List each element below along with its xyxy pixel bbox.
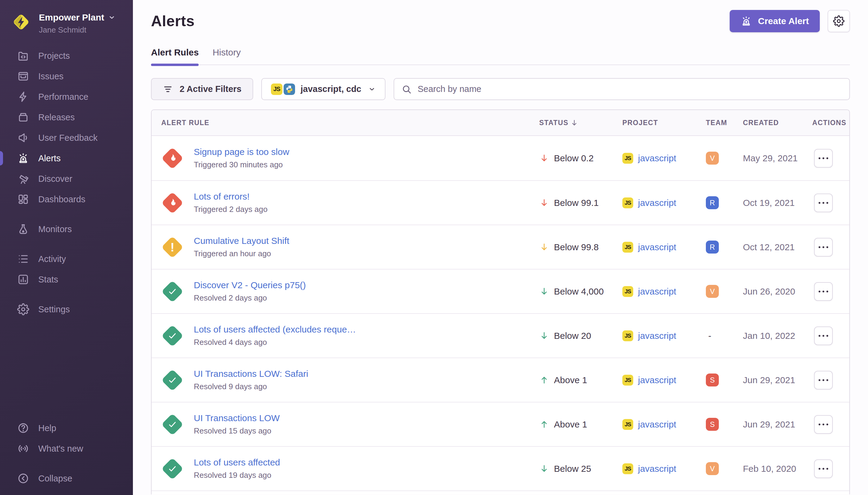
tab-history[interactable]: History — [212, 47, 241, 65]
sidebar-item-settings[interactable]: Settings — [0, 299, 133, 320]
whats-new-icon — [17, 443, 29, 455]
alert-rule-note: Triggered an hour ago — [194, 249, 289, 258]
project-link[interactable]: javascript — [638, 331, 676, 341]
sidebar-item-dashboards[interactable]: Dashboards — [0, 189, 133, 209]
project-cell: JS javascript — [622, 330, 706, 341]
row-actions-button[interactable] — [814, 415, 833, 434]
row-actions-button[interactable] — [814, 459, 833, 478]
team-avatar[interactable]: R — [706, 241, 719, 254]
sidebar-item-issues[interactable]: Issues — [0, 66, 133, 86]
column-header-created[interactable]: Created — [743, 119, 812, 127]
team-avatar[interactable]: V — [706, 285, 719, 298]
org-switcher[interactable]: Empower Plant Jane Schmidt — [0, 0, 133, 35]
project-selector[interactable]: JS javascript, cdc — [261, 78, 385, 100]
project-link[interactable]: javascript — [638, 153, 676, 164]
status-threshold: Below 99.8 — [554, 242, 598, 252]
alert-rule-link[interactable]: Lots of users affected (excludes reque… — [194, 324, 356, 335]
sidebar-item-alerts[interactable]: Alerts — [0, 148, 133, 169]
row-actions-button[interactable] — [814, 326, 833, 345]
team-cell: S — [706, 418, 743, 431]
alert-rule-link[interactable]: UI Transactions LOW — [194, 413, 280, 423]
search-field — [394, 78, 850, 100]
alert-rule-note: Resolved 19 days ago — [194, 471, 280, 480]
team-cell: R — [706, 241, 743, 254]
alert-rule-note: Triggered 2 days ago — [194, 205, 267, 214]
team-avatar[interactable]: R — [706, 196, 719, 209]
team-cell: - — [706, 331, 743, 341]
arrow-down-icon — [539, 153, 549, 163]
row-actions-button[interactable] — [814, 238, 833, 257]
row-actions-button[interactable] — [814, 193, 833, 212]
alert-rule-link[interactable]: UI Transactions LOW: Safari — [194, 369, 308, 379]
alert-rule-link[interactable]: Discover V2 - Queries p75() — [194, 280, 306, 290]
sidebar-item-projects[interactable]: Projects — [0, 46, 133, 66]
sidebar-item-releases[interactable]: Releases — [0, 107, 133, 127]
status-cell: Below 99.8 — [539, 242, 622, 252]
column-header-actions[interactable]: Actions — [812, 119, 846, 127]
active-filters-button[interactable]: 2 Active Filters — [151, 78, 253, 100]
alert-rule-cell: ! Cumulative Layout Shift Triggered an h… — [161, 236, 539, 258]
sidebar-item-monitors[interactable]: Monitors — [0, 219, 133, 239]
column-header-alert-rule[interactable]: Alert Rule — [161, 119, 539, 127]
project-link[interactable]: javascript — [638, 286, 676, 297]
alert-rule-link[interactable]: Lots of users affected — [194, 457, 280, 467]
table-row: Discover V2 - Queries p75() Resolved 2 d… — [152, 269, 849, 313]
team-avatar[interactable]: S — [706, 374, 719, 387]
alert-rule-cell: Lots of users affected Resolved 19 days … — [161, 457, 539, 480]
column-header-status[interactable]: Status — [539, 119, 622, 127]
settings-button[interactable] — [828, 10, 850, 32]
status-threshold: Below 20 — [554, 331, 591, 341]
sidebar-item-collapse[interactable]: Collapse — [0, 468, 133, 489]
status-cell: Below 99.1 — [539, 198, 622, 208]
project-link[interactable]: javascript — [638, 198, 676, 208]
team-none: - — [706, 331, 711, 341]
row-actions-button[interactable] — [814, 149, 833, 168]
sidebar-item-label: Projects — [38, 51, 70, 61]
created-cell: Jun 29, 2021 — [743, 419, 812, 430]
sidebar-item-help[interactable]: Help — [0, 418, 133, 438]
resolved-diamond-icon — [161, 369, 184, 391]
project-link[interactable]: javascript — [638, 464, 676, 474]
created-cell: Jan 10, 2022 — [743, 331, 812, 341]
alert-rule-link[interactable]: Signup page is too slow — [194, 147, 289, 157]
sidebar-item-stats[interactable]: Stats — [0, 269, 133, 290]
row-actions-button[interactable] — [814, 282, 833, 301]
create-alert-button[interactable]: Create Alert — [730, 10, 820, 32]
sidebar-item-activity[interactable]: Activity — [0, 249, 133, 269]
table-row-partial — [152, 491, 849, 494]
issues-icon — [17, 70, 29, 82]
team-avatar[interactable]: V — [706, 462, 719, 475]
status-threshold: Below 0.2 — [554, 153, 594, 164]
sidebar-item-discover[interactable]: Discover — [0, 169, 133, 189]
sidebar-item-label: Performance — [38, 92, 88, 102]
check-icon — [167, 375, 178, 386]
tab-bar: Alert RulesHistory — [151, 47, 850, 65]
table-row: ! Cumulative Layout Shift Triggered an h… — [152, 225, 849, 269]
sidebar-item-user-feedback[interactable]: User Feedback — [0, 127, 133, 148]
dashboards-icon — [17, 193, 29, 205]
project-link[interactable]: javascript — [638, 419, 676, 430]
org-name: Empower Plant — [39, 12, 104, 23]
project-link[interactable]: javascript — [638, 375, 676, 385]
project-link[interactable]: javascript — [638, 242, 676, 252]
user-name: Jane Schmidt — [39, 25, 116, 35]
alert-rule-link[interactable]: Cumulative Layout Shift — [194, 236, 289, 246]
column-header-project[interactable]: Project — [622, 119, 706, 127]
sidebar-item-what-s-new[interactable]: What's new — [0, 438, 133, 459]
status-cell: Above 1 — [539, 375, 622, 385]
tab-alert-rules[interactable]: Alert Rules — [151, 47, 198, 65]
alert-rule-link[interactable]: Lots of errors! — [194, 191, 267, 202]
table-row: UI Transactions LOW: Safari Resolved 9 d… — [152, 358, 849, 402]
row-actions-button[interactable] — [814, 371, 833, 390]
sidebar-item-performance[interactable]: Performance — [0, 86, 133, 107]
status-cell: Below 25 — [539, 464, 622, 474]
alert-rule-note: Triggered 30 minutes ago — [194, 160, 289, 169]
column-header-team[interactable]: Team — [706, 119, 743, 127]
team-avatar[interactable]: V — [706, 152, 719, 165]
gear-icon — [833, 15, 845, 27]
alert-rule-cell: UI Transactions LOW: Safari Resolved 9 d… — [161, 369, 539, 391]
alert-rule-note: Resolved 2 days ago — [194, 293, 306, 303]
search-input[interactable] — [417, 84, 842, 95]
project-cell: JS javascript — [622, 419, 706, 430]
team-avatar[interactable]: S — [706, 418, 719, 431]
